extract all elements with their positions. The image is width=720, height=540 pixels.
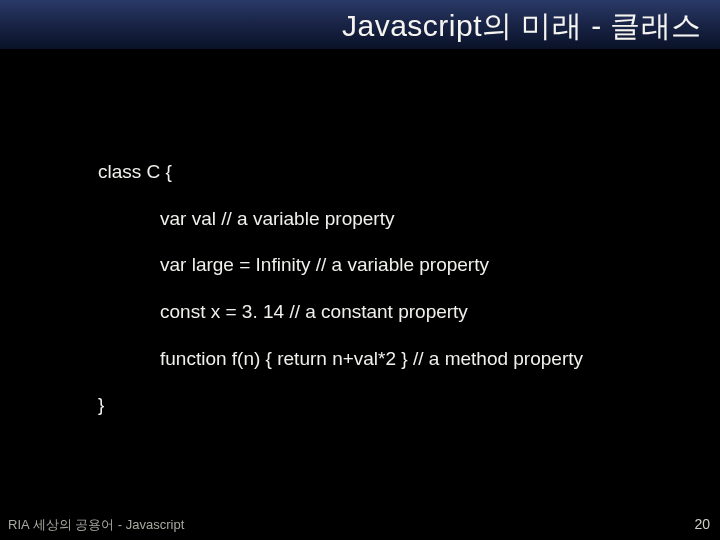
code-line-var-val: var val // a variable property (98, 207, 720, 232)
code-line-const-x: const x = 3. 14 // a constant property (98, 300, 720, 325)
code-class-open: class C { (98, 160, 720, 185)
footer-text: RIA 세상의 공용어 - Javascript (8, 516, 184, 534)
slide-content: class C { var val // a variable property… (0, 50, 720, 418)
page-number: 20 (694, 516, 710, 532)
code-line-var-large: var large = Infinity // a variable prope… (98, 253, 720, 278)
footer: RIA 세상의 공용어 - Javascript 20 (8, 516, 710, 534)
code-class-close: } (98, 393, 720, 418)
slide-title: Javascript의 미래 - 클래스 (342, 6, 702, 47)
title-bar: Javascript의 미래 - 클래스 (0, 0, 720, 50)
code-line-function-f: function f(n) { return n+val*2 } // a me… (98, 347, 720, 372)
